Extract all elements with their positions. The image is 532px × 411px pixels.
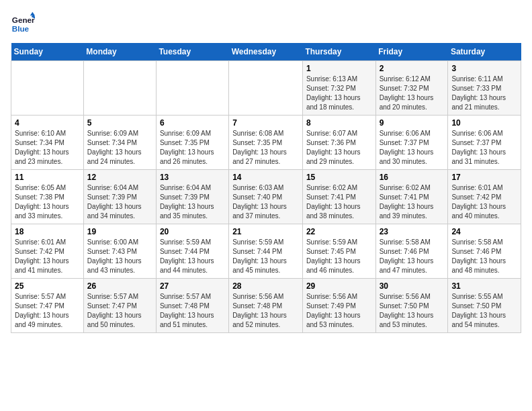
calendar-week-3: 11Sunrise: 6:05 AM Sunset: 7:38 PM Dayli… (11, 170, 521, 224)
day-number: 8 (306, 118, 372, 128)
calendar-cell (229, 61, 303, 116)
day-number: 24 (451, 227, 517, 236)
logo: General Blue (11, 11, 35, 35)
svg-text:Blue: Blue (12, 24, 30, 33)
calendar-cell: 17Sunrise: 6:01 AM Sunset: 7:42 PM Dayli… (448, 170, 521, 224)
svg-marker-2 (30, 12, 35, 15)
day-info: Sunrise: 5:57 AM Sunset: 7:47 PM Dayligh… (15, 292, 80, 330)
day-info: Sunrise: 6:12 AM Sunset: 7:32 PM Dayligh… (380, 75, 445, 112)
calendar-cell: 19Sunrise: 6:00 AM Sunset: 7:43 PM Dayli… (83, 224, 156, 279)
day-info: Sunrise: 6:04 AM Sunset: 7:39 PM Dayligh… (87, 183, 152, 221)
calendar-cell: 1Sunrise: 6:13 AM Sunset: 7:32 PM Daylig… (302, 61, 375, 116)
calendar-cell: 8Sunrise: 6:07 AM Sunset: 7:36 PM Daylig… (302, 116, 375, 170)
day-number: 6 (160, 118, 225, 128)
calendar-cell: 5Sunrise: 6:09 AM Sunset: 7:34 PM Daylig… (83, 116, 156, 170)
day-info: Sunrise: 6:03 AM Sunset: 7:40 PM Dayligh… (232, 183, 299, 221)
day-info: Sunrise: 6:02 AM Sunset: 7:41 PM Dayligh… (380, 183, 445, 221)
calendar-week-2: 4Sunrise: 6:10 AM Sunset: 7:34 PM Daylig… (11, 116, 521, 170)
day-number: 21 (232, 227, 299, 236)
header-cell-sunday: Sunday (11, 43, 84, 61)
day-number: 3 (451, 64, 517, 73)
day-info: Sunrise: 5:59 AM Sunset: 7:45 PM Dayligh… (306, 238, 372, 275)
day-number: 31 (451, 281, 517, 291)
day-number: 19 (87, 227, 152, 236)
calendar-cell: 4Sunrise: 6:10 AM Sunset: 7:34 PM Daylig… (11, 116, 84, 170)
header: General Blue (11, 11, 521, 35)
calendar-cell: 15Sunrise: 6:02 AM Sunset: 7:41 PM Dayli… (302, 170, 375, 224)
day-info: Sunrise: 5:59 AM Sunset: 7:44 PM Dayligh… (232, 238, 299, 275)
header-cell-monday: Monday (83, 43, 156, 61)
logo-icon: General Blue (11, 11, 35, 35)
header-cell-saturday: Saturday (448, 43, 521, 61)
day-info: Sunrise: 5:59 AM Sunset: 7:44 PM Dayligh… (160, 238, 225, 275)
day-info: Sunrise: 6:09 AM Sunset: 7:35 PM Dayligh… (160, 129, 225, 167)
day-info: Sunrise: 6:06 AM Sunset: 7:37 PM Dayligh… (380, 129, 445, 167)
calendar-cell: 26Sunrise: 5:57 AM Sunset: 7:47 PM Dayli… (83, 279, 156, 333)
day-number: 13 (160, 173, 225, 182)
day-number: 15 (306, 173, 372, 182)
day-info: Sunrise: 5:57 AM Sunset: 7:47 PM Dayligh… (87, 292, 152, 330)
day-number: 9 (380, 118, 445, 128)
calendar-cell: 27Sunrise: 5:57 AM Sunset: 7:48 PM Dayli… (156, 279, 228, 333)
day-number: 5 (87, 118, 152, 128)
day-info: Sunrise: 5:55 AM Sunset: 7:50 PM Dayligh… (451, 292, 517, 330)
day-info: Sunrise: 5:57 AM Sunset: 7:48 PM Dayligh… (160, 292, 225, 330)
calendar-cell: 7Sunrise: 6:08 AM Sunset: 7:35 PM Daylig… (229, 116, 303, 170)
calendar-cell: 20Sunrise: 5:59 AM Sunset: 7:44 PM Dayli… (156, 224, 228, 279)
day-number: 27 (160, 281, 225, 291)
day-info: Sunrise: 5:56 AM Sunset: 7:48 PM Dayligh… (232, 292, 299, 330)
calendar-cell: 24Sunrise: 5:58 AM Sunset: 7:46 PM Dayli… (448, 224, 521, 279)
day-number: 17 (451, 173, 517, 182)
day-number: 23 (380, 227, 445, 236)
day-number: 10 (451, 118, 517, 128)
day-info: Sunrise: 5:56 AM Sunset: 7:49 PM Dayligh… (306, 292, 372, 330)
calendar-cell: 31Sunrise: 5:55 AM Sunset: 7:50 PM Dayli… (448, 279, 521, 333)
day-info: Sunrise: 5:56 AM Sunset: 7:50 PM Dayligh… (380, 292, 445, 330)
day-number: 28 (232, 281, 299, 291)
calendar-cell: 30Sunrise: 5:56 AM Sunset: 7:50 PM Dayli… (375, 279, 448, 333)
calendar-header: SundayMondayTuesdayWednesdayThursdayFrid… (11, 43, 521, 61)
calendar-cell: 3Sunrise: 6:11 AM Sunset: 7:33 PM Daylig… (448, 61, 521, 116)
calendar-cell: 16Sunrise: 6:02 AM Sunset: 7:41 PM Dayli… (375, 170, 448, 224)
day-number: 14 (232, 173, 299, 182)
calendar-cell: 10Sunrise: 6:06 AM Sunset: 7:37 PM Dayli… (448, 116, 521, 170)
day-info: Sunrise: 6:06 AM Sunset: 7:37 PM Dayligh… (451, 129, 517, 167)
day-info: Sunrise: 6:02 AM Sunset: 7:41 PM Dayligh… (306, 183, 372, 221)
calendar-week-1: 1Sunrise: 6:13 AM Sunset: 7:32 PM Daylig… (11, 61, 521, 116)
header-row: SundayMondayTuesdayWednesdayThursdayFrid… (11, 43, 521, 61)
day-info: Sunrise: 6:13 AM Sunset: 7:32 PM Dayligh… (306, 75, 372, 112)
day-number: 11 (15, 173, 80, 182)
calendar-cell: 12Sunrise: 6:04 AM Sunset: 7:39 PM Dayli… (83, 170, 156, 224)
calendar-cell: 2Sunrise: 6:12 AM Sunset: 7:32 PM Daylig… (375, 61, 448, 116)
day-info: Sunrise: 6:09 AM Sunset: 7:34 PM Dayligh… (87, 129, 152, 167)
day-info: Sunrise: 6:01 AM Sunset: 7:42 PM Dayligh… (15, 238, 80, 275)
day-info: Sunrise: 6:11 AM Sunset: 7:33 PM Dayligh… (451, 75, 517, 112)
calendar-cell: 23Sunrise: 5:58 AM Sunset: 7:46 PM Dayli… (375, 224, 448, 279)
day-number: 4 (15, 118, 80, 128)
calendar-cell: 21Sunrise: 5:59 AM Sunset: 7:44 PM Dayli… (229, 224, 303, 279)
day-number: 30 (380, 281, 445, 291)
day-number: 1 (306, 64, 372, 73)
calendar-cell: 6Sunrise: 6:09 AM Sunset: 7:35 PM Daylig… (156, 116, 228, 170)
day-number: 26 (87, 281, 152, 291)
day-number: 2 (380, 64, 445, 73)
day-info: Sunrise: 5:58 AM Sunset: 7:46 PM Dayligh… (451, 238, 517, 275)
header-cell-thursday: Thursday (302, 43, 375, 61)
day-number: 12 (87, 173, 152, 182)
calendar-cell: 9Sunrise: 6:06 AM Sunset: 7:37 PM Daylig… (375, 116, 448, 170)
calendar-cell: 14Sunrise: 6:03 AM Sunset: 7:40 PM Dayli… (229, 170, 303, 224)
calendar-cell: 11Sunrise: 6:05 AM Sunset: 7:38 PM Dayli… (11, 170, 84, 224)
day-info: Sunrise: 5:58 AM Sunset: 7:46 PM Dayligh… (380, 238, 445, 275)
calendar-cell (83, 61, 156, 116)
header-cell-friday: Friday (375, 43, 448, 61)
day-number: 7 (232, 118, 299, 128)
calendar-table: SundayMondayTuesdayWednesdayThursdayFrid… (11, 43, 521, 333)
day-info: Sunrise: 6:08 AM Sunset: 7:35 PM Dayligh… (232, 129, 299, 167)
calendar-cell: 22Sunrise: 5:59 AM Sunset: 7:45 PM Dayli… (302, 224, 375, 279)
day-number: 16 (380, 173, 445, 182)
day-info: Sunrise: 6:04 AM Sunset: 7:39 PM Dayligh… (160, 183, 225, 221)
day-number: 25 (15, 281, 80, 291)
calendar-cell: 13Sunrise: 6:04 AM Sunset: 7:39 PM Dayli… (156, 170, 228, 224)
day-info: Sunrise: 6:05 AM Sunset: 7:38 PM Dayligh… (15, 183, 80, 221)
day-number: 20 (160, 227, 225, 236)
